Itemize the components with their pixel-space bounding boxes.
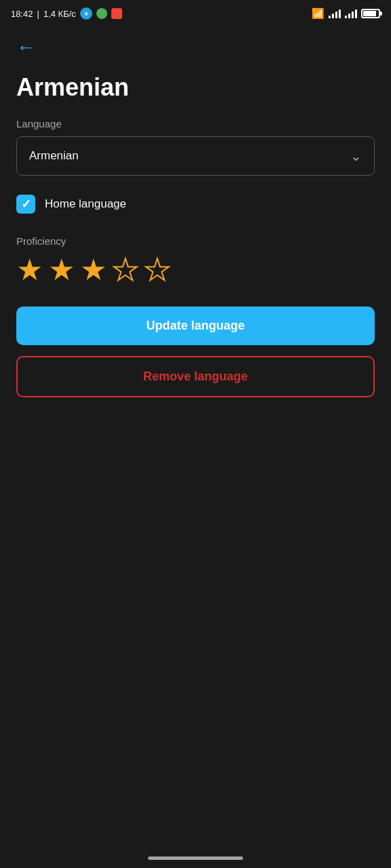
- status-right: 📶 56: [312, 7, 380, 20]
- star-4[interactable]: ★: [112, 255, 138, 285]
- star-1[interactable]: ★: [16, 255, 43, 285]
- status-left: 18:42 | 1,4 КБ/с ✈: [11, 7, 122, 20]
- chevron-down-icon: ⌄: [350, 148, 362, 164]
- update-language-button[interactable]: Update language: [16, 307, 375, 345]
- back-button[interactable]: ←: [16, 38, 35, 57]
- time-display: 18:42: [11, 9, 33, 19]
- wifi-icon: [345, 9, 357, 18]
- star-5[interactable]: ★: [144, 255, 170, 285]
- proficiency-stars: ★ ★ ★ ★ ★: [16, 255, 375, 285]
- language-label: Language: [16, 118, 375, 130]
- green-dot-icon: [96, 8, 107, 19]
- proficiency-label: Proficiency: [16, 235, 375, 247]
- bluetooth-icon: 📶: [312, 7, 324, 20]
- signal-icon: [329, 9, 341, 18]
- battery-icon: 56: [361, 9, 380, 18]
- checkmark-icon: ✓: [21, 198, 31, 210]
- remove-language-button[interactable]: Remove language: [16, 356, 375, 397]
- home-language-label: Home language: [45, 197, 126, 211]
- back-arrow-icon: ←: [16, 38, 35, 57]
- star-2[interactable]: ★: [48, 255, 75, 285]
- data-speed-value: 1,4 КБ/с: [43, 9, 76, 19]
- home-language-checkbox[interactable]: ✓: [16, 195, 35, 214]
- data-speed: |: [37, 9, 39, 19]
- bottom-home-indicator: [148, 856, 243, 860]
- language-dropdown[interactable]: Armenian ⌄: [16, 136, 375, 176]
- red-square-icon: [111, 8, 122, 19]
- page-title: Armenian: [16, 73, 375, 102]
- status-bar: 18:42 | 1,4 КБ/с ✈ 📶 56: [0, 0, 391, 27]
- language-dropdown-value: Armenian: [29, 149, 79, 163]
- star-3[interactable]: ★: [80, 255, 107, 285]
- main-content: ← Armenian Language Armenian ⌄ ✓ Home la…: [0, 27, 391, 408]
- home-language-row: ✓ Home language: [16, 195, 375, 214]
- telegram-icon: ✈: [80, 7, 92, 20]
